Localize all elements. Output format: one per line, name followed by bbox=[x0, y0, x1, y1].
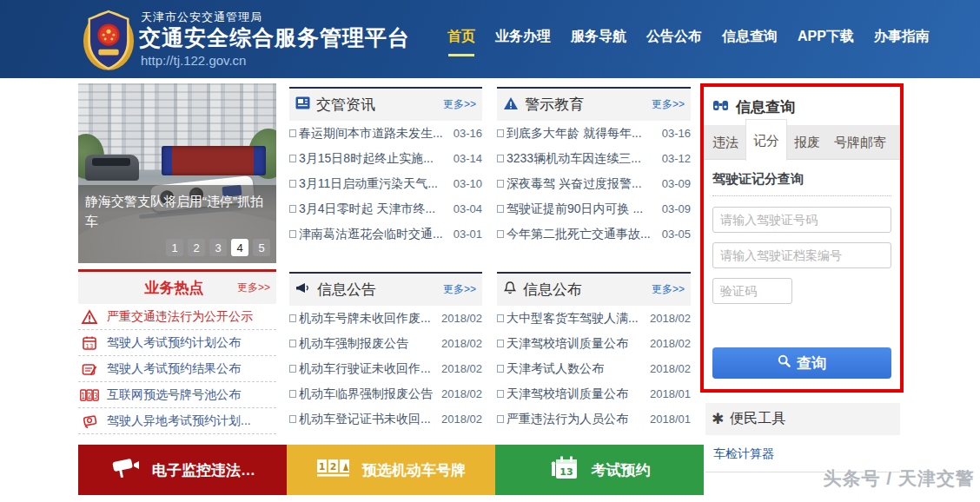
news-item[interactable]: 天津驾校培训质量公布2018/01 bbox=[497, 381, 691, 406]
news-item[interactable]: 春运期间本市道路未发生...03-16 bbox=[289, 121, 482, 146]
square-bullet-icon bbox=[289, 230, 296, 238]
news-item[interactable]: 驾驶证提前90日内可换 ...03-09 bbox=[497, 196, 691, 221]
traffic-news-more-link[interactable]: 更多>> bbox=[443, 97, 476, 112]
carousel-page-2[interactable]: 2 bbox=[188, 239, 205, 256]
svg-text:3: 3 bbox=[94, 392, 98, 400]
calendar-icon: 13 bbox=[80, 334, 99, 352]
banner-exam-appointment[interactable]: 13 考试预约 bbox=[495, 445, 704, 495]
carousel-caption[interactable]: 静海交警支队将启用“违停”抓拍车 bbox=[78, 187, 276, 236]
police-badge-logo bbox=[82, 7, 136, 71]
surveillance-camera-icon bbox=[109, 455, 141, 485]
news-item[interactable]: 到底多大年龄 就得每年...03-16 bbox=[497, 121, 691, 146]
news-item[interactable]: 3月11日启动重污染天气...03-10 bbox=[289, 171, 482, 196]
business-hotspots-header: 业务热点 更多>> bbox=[78, 272, 276, 304]
square-bullet-icon bbox=[289, 180, 296, 188]
news-item[interactable]: 大中型客货车驾驶人满...2018/02 bbox=[497, 306, 691, 331]
captcha-input[interactable] bbox=[712, 278, 792, 304]
news-item[interactable]: 严重违法行为人员公布2018/01 bbox=[497, 406, 691, 432]
newspaper-icon bbox=[295, 96, 310, 113]
magnifier-icon bbox=[778, 354, 791, 372]
nav-item-announcements[interactable]: 公告公布 bbox=[646, 28, 702, 46]
info-publication-more-link[interactable]: 更多>> bbox=[652, 282, 685, 297]
info-publication-title: 信息公布 bbox=[523, 280, 582, 300]
banner-electronic-surveillance[interactable]: 电子监控违法… bbox=[78, 445, 287, 495]
svg-text:2: 2 bbox=[87, 392, 91, 400]
tab-points[interactable]: 记分 bbox=[745, 119, 787, 161]
nav-item-help-guide[interactable]: 办事指南 bbox=[874, 28, 930, 46]
hot-item-label: 驾驶人考试预约计划公布 bbox=[107, 335, 241, 351]
warning-education-more-link[interactable]: 更多>> bbox=[652, 97, 685, 112]
info-query-title: 信息查询 bbox=[736, 97, 795, 117]
square-bullet-icon bbox=[497, 340, 504, 347]
banner-label: 预选机动车号牌 bbox=[362, 460, 466, 480]
convenience-tools-section: ✱ 便民工具 车检计算器 bbox=[705, 403, 900, 472]
carousel-page-3[interactable]: 3 bbox=[209, 239, 227, 256]
square-bullet-icon bbox=[497, 365, 504, 373]
carousel-page-1[interactable]: 1 bbox=[166, 239, 183, 256]
square-bullet-icon bbox=[289, 129, 296, 137]
news-item[interactable]: 机动车临界强制报废公告2018/02 bbox=[289, 381, 482, 406]
tab-violations[interactable]: 违法 bbox=[705, 125, 745, 159]
info-notices-title: 信息公告 bbox=[317, 280, 376, 300]
business-hotspots-section: 业务热点 更多>> 严重交通违法行为公开公示 13 驾驶人考试预约计划公布 驾驶… bbox=[78, 269, 276, 434]
toutiao-watermark: 头条号 / 天津交警 bbox=[823, 466, 975, 491]
asterisk-icon: ✱ bbox=[712, 412, 724, 426]
license-file-number-input[interactable] bbox=[712, 242, 891, 268]
news-item[interactable]: 3233辆机动车因连续三...03-12 bbox=[497, 146, 691, 171]
nav-item-home[interactable]: 首页 bbox=[447, 28, 475, 46]
square-bullet-icon bbox=[289, 205, 296, 213]
info-query-header: 信息查询 bbox=[704, 87, 900, 125]
news-item[interactable]: 天津考试人数公布2018/02 bbox=[497, 356, 691, 381]
license-number-input[interactable] bbox=[712, 207, 891, 233]
news-item[interactable]: 机动车行驶证未收回作...2018/02 bbox=[289, 356, 482, 381]
carousel-page-4[interactable]: 4 bbox=[231, 239, 248, 256]
news-item[interactable]: 机动车强制报废公告2018/02 bbox=[289, 331, 482, 356]
business-hotspots-more-link[interactable]: 更多>> bbox=[237, 281, 270, 295]
page: 天津市公安交通管理局 交通安全综合服务管理平台 http://tj.122.go… bbox=[0, 0, 980, 502]
hot-item-label: 驾驶人异地考试预约计划... bbox=[107, 413, 251, 429]
nav-item-service-guide[interactable]: 服务导航 bbox=[571, 28, 626, 46]
tab-plate-mailing[interactable]: 号牌邮寄 bbox=[827, 125, 893, 159]
svg-text:13: 13 bbox=[560, 466, 573, 478]
news-carousel[interactable]: 静海交警支队将启用“违停”抓拍车 1 2 3 4 5 bbox=[78, 83, 276, 263]
news-item[interactable]: 今年第二批死亡交通事故...03-05 bbox=[497, 221, 691, 247]
banner-plate-preselection[interactable]: 12 预选机动车号牌 bbox=[287, 445, 495, 495]
news-item[interactable]: 机动车登记证书未收回...2018/02 bbox=[289, 406, 482, 432]
nav-item-app-download[interactable]: APP下载 bbox=[798, 28, 854, 46]
warning-education-section: 警示教育 更多>> 到底多大年龄 就得每年...03-16 3233辆机动车因连… bbox=[497, 87, 691, 247]
svg-text:1: 1 bbox=[81, 392, 85, 400]
warning-triangle-icon bbox=[503, 96, 519, 114]
hot-item-serious-violations[interactable]: 严重交通违法行为公开公示 bbox=[78, 304, 276, 330]
info-notices-more-link[interactable]: 更多>> bbox=[443, 282, 476, 297]
query-tabs: 违法 记分 报废 号牌邮寄 bbox=[704, 125, 900, 160]
site-title: 交通安全综合服务管理平台 bbox=[139, 23, 410, 52]
carousel-page-5[interactable]: 5 bbox=[253, 239, 270, 256]
news-item[interactable]: 3月4日零时起 天津市终...03-04 bbox=[289, 196, 482, 221]
convenience-tools-title: 便民工具 bbox=[730, 410, 785, 428]
nav-item-info-query[interactable]: 信息查询 bbox=[722, 28, 778, 46]
tab-scrappage[interactable]: 报废 bbox=[787, 125, 827, 159]
query-button[interactable]: 查询 bbox=[712, 347, 891, 379]
business-hotspots-title: 业务热点 bbox=[145, 278, 204, 298]
hot-item-label: 互联网预选号牌号池公布 bbox=[107, 387, 241, 403]
news-item[interactable]: 3月15日8时起终止实施...03-14 bbox=[289, 146, 482, 171]
hot-item-label: 驾驶人考试预约结果公布 bbox=[107, 361, 241, 377]
news-item[interactable]: 深夜毒驾 兴奋过度报警...03-09 bbox=[497, 171, 691, 196]
info-query-panel-highlight: 信息查询 违法 记分 报废 号牌邮寄 驾驶证记分查询 查询 bbox=[700, 83, 904, 393]
square-bullet-icon bbox=[497, 230, 504, 238]
news-item[interactable]: 津南葛沽逛花会临时交通...03-01 bbox=[289, 221, 482, 247]
bell-icon bbox=[503, 281, 517, 299]
square-bullet-icon bbox=[497, 155, 504, 162]
hot-item-exam-plan[interactable]: 13 驾驶人考试预约计划公布 bbox=[78, 330, 276, 356]
square-bullet-icon bbox=[497, 390, 504, 398]
nav-item-business[interactable]: 业务办理 bbox=[495, 28, 551, 46]
camera-icon bbox=[80, 413, 99, 430]
hot-item-remote-exam[interactable]: 驾驶人异地考试预约计划... bbox=[78, 408, 276, 434]
warning-education-header: 警示教育 更多>> bbox=[497, 89, 691, 121]
traffic-news-title: 交管资讯 bbox=[316, 95, 375, 115]
svg-text:2: 2 bbox=[330, 461, 337, 472]
news-item[interactable]: 天津驾校培训质量公布2018/02 bbox=[497, 331, 691, 356]
hot-item-plate-pool[interactable]: 123 互联网预选号牌号池公布 bbox=[78, 382, 276, 408]
news-item[interactable]: 机动车号牌未收回作废...2018/02 bbox=[289, 306, 482, 331]
hot-item-exam-results[interactable]: 驾驶人考试预约结果公布 bbox=[78, 356, 276, 382]
